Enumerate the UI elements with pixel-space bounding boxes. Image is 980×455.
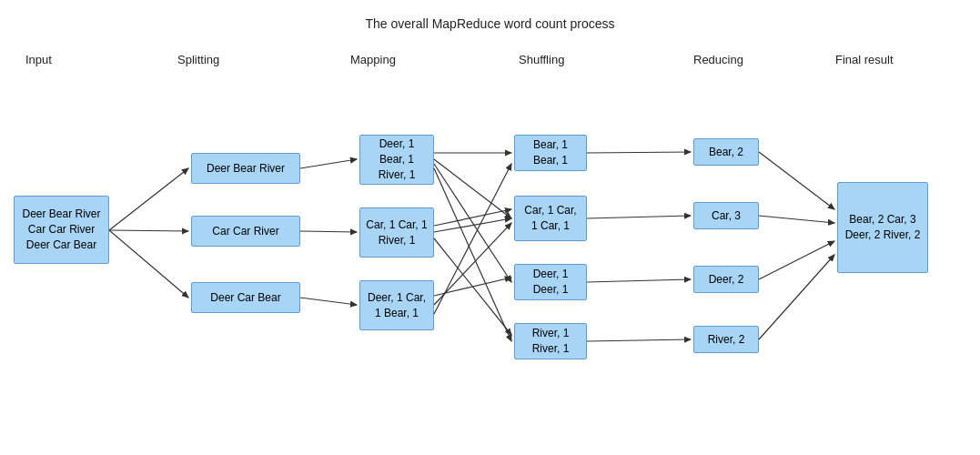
svg-line-2	[109, 230, 188, 298]
svg-line-5	[300, 298, 357, 305]
map2-box: Car, 1 Car, 1 River, 1	[359, 207, 434, 258]
final-box: Bear, 2 Car, 3 Deer, 2 River, 2	[837, 182, 928, 273]
label-reducing: Reducing	[693, 53, 743, 66]
label-input: Input	[25, 53, 52, 66]
shuf2-box: Car, 1 Car, 1 Car, 1	[514, 196, 587, 241]
svg-line-3	[300, 159, 357, 168]
svg-line-23	[759, 255, 834, 339]
svg-line-13	[434, 278, 511, 296]
map1-box: Deer, 1 Bear, 1 River, 1	[359, 135, 434, 185]
red4-box: River, 2	[693, 326, 759, 353]
shuf3-box: Deer, 1 Deer, 1	[514, 264, 587, 300]
svg-line-0	[109, 168, 188, 230]
svg-line-12	[434, 238, 511, 335]
svg-line-21	[759, 216, 834, 223]
svg-line-4	[300, 231, 357, 232]
svg-line-15	[434, 164, 511, 314]
split1-box: Deer Bear River	[191, 153, 300, 184]
svg-line-8	[434, 164, 511, 282]
shuf4-box: River, 1 River, 1	[514, 323, 587, 359]
svg-line-14	[434, 223, 511, 305]
svg-line-16	[587, 152, 691, 153]
svg-line-22	[759, 241, 834, 279]
svg-line-7	[434, 159, 511, 218]
svg-line-17	[587, 216, 691, 218]
label-shuffling: Shuffling	[519, 53, 564, 66]
svg-line-20	[759, 152, 834, 209]
red1-box: Bear, 2	[693, 138, 759, 166]
svg-line-19	[587, 339, 691, 341]
input-box: Deer Bear River Car Car River Deer Car B…	[14, 196, 109, 264]
shuf1-box: Bear, 1 Bear, 1	[514, 135, 587, 171]
svg-line-10	[434, 209, 511, 226]
split3-box: Deer Car Bear	[191, 282, 300, 313]
red3-box: Deer, 2	[693, 266, 759, 293]
red2-box: Car, 3	[693, 202, 759, 229]
label-final: Final result	[835, 53, 894, 66]
page-title: The overall MapReduce word count process	[0, 0, 980, 31]
map3-box: Deer, 1 Car, 1 Bear, 1	[359, 280, 434, 330]
svg-line-1	[109, 230, 188, 231]
svg-line-18	[587, 279, 691, 282]
label-splitting: Splitting	[177, 53, 219, 66]
svg-line-11	[434, 218, 511, 232]
label-mapping: Mapping	[350, 53, 396, 66]
split2-box: Car Car River	[191, 216, 300, 247]
svg-line-9	[434, 168, 511, 341]
